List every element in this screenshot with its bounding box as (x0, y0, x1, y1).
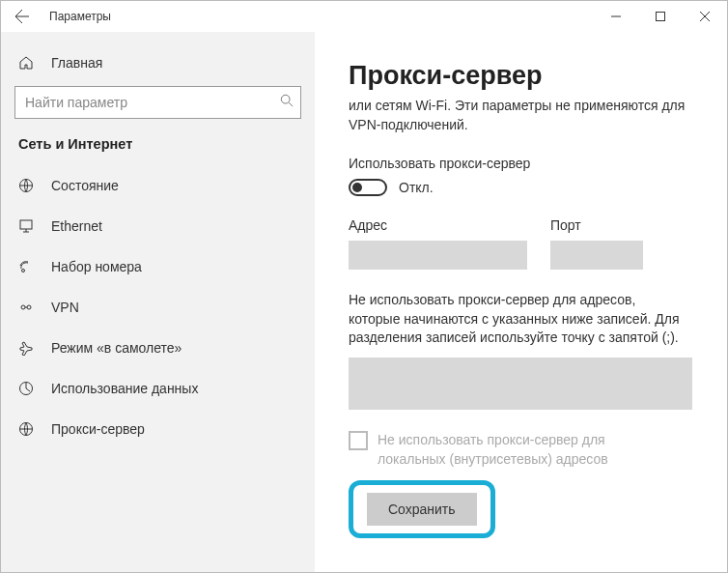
sidebar-item-status[interactable]: Состояние (1, 165, 315, 206)
sidebar-home[interactable]: Главная (1, 45, 315, 80)
search-input[interactable] (14, 86, 301, 119)
window-title: Параметры (49, 10, 111, 23)
sidebar-item-ethernet[interactable]: Ethernet (1, 206, 315, 246)
page-heading: Прокси-сервер (349, 61, 698, 91)
search-wrap (14, 86, 301, 119)
save-highlight: Сохранить (349, 480, 495, 538)
status-icon (18, 178, 34, 193)
local-checkbox-label: Не использовать прокси-сервер для локаль… (378, 431, 677, 469)
sidebar-item-proxy[interactable]: Прокси-сервер (1, 409, 315, 449)
svg-point-4 (22, 270, 25, 272)
sidebar-item-label: VPN (51, 300, 79, 315)
address-label: Адрес (349, 217, 527, 233)
use-proxy-label: Использовать прокси-сервер (349, 156, 698, 171)
svg-rect-0 (657, 13, 665, 21)
sidebar-item-label: Режим «в самолете» (51, 340, 182, 356)
sidebar-item-label: Состояние (51, 178, 119, 193)
window-controls (594, 1, 727, 32)
port-input[interactable] (550, 241, 643, 270)
vpn-icon (18, 300, 34, 315)
svg-point-1 (281, 95, 290, 103)
sidebar-section-title: Сеть и Интернет (1, 136, 315, 165)
search-icon (280, 94, 294, 111)
close-button[interactable] (683, 1, 727, 32)
content: Главная Сеть и Интернет Состояние Ethern… (1, 32, 727, 572)
svg-point-6 (27, 305, 31, 309)
titlebar: Параметры (1, 1, 727, 32)
port-label: Порт (550, 217, 643, 233)
local-checkbox[interactable] (349, 431, 368, 450)
airplane-icon (18, 340, 34, 356)
sidebar-item-label: Ethernet (51, 218, 102, 234)
main-panel: Прокси-сервер или сетям Wi-Fi. Эти парам… (315, 32, 727, 572)
page-subtext: или сетям Wi-Fi. Эти параметры не примен… (349, 97, 698, 134)
ethernet-icon (18, 218, 34, 234)
arrow-left-icon (14, 9, 30, 24)
sidebar-item-label: Набор номера (51, 259, 142, 274)
sidebar-item-dialup[interactable]: Набор номера (1, 246, 315, 287)
toggle-knob (352, 183, 362, 192)
minimize-button[interactable] (594, 1, 638, 32)
sidebar: Главная Сеть и Интернет Состояние Ethern… (1, 32, 315, 572)
toggle-state-text: Откл. (399, 180, 434, 195)
address-input[interactable] (349, 241, 527, 270)
maximize-icon (656, 12, 665, 21)
sidebar-item-airplane[interactable]: Режим «в самолете» (1, 328, 315, 368)
svg-point-5 (21, 305, 25, 309)
home-icon (18, 55, 34, 71)
sidebar-item-data-usage[interactable]: Использование данных (1, 368, 315, 409)
inputs-row: Адрес Порт (349, 217, 698, 270)
svg-rect-3 (20, 220, 32, 229)
local-checkbox-row: Не использовать прокси-сервер для локаль… (349, 431, 698, 469)
back-button[interactable] (11, 5, 34, 28)
dialup-icon (18, 259, 34, 274)
sidebar-item-vpn[interactable]: VPN (1, 287, 315, 328)
maximize-button[interactable] (638, 1, 683, 32)
exceptions-text: Не использовать прокси-сервер для адресо… (349, 291, 686, 348)
close-icon (700, 12, 710, 21)
port-column: Порт (550, 217, 643, 270)
use-proxy-toggle[interactable] (349, 179, 387, 196)
exceptions-textarea[interactable] (349, 358, 692, 410)
data-usage-icon (18, 381, 34, 396)
minimize-icon (611, 12, 621, 21)
sidebar-item-label: Прокси-сервер (51, 421, 145, 437)
toggle-row: Откл. (349, 179, 698, 196)
sidebar-item-label: Использование данных (51, 381, 198, 396)
save-button[interactable]: Сохранить (367, 493, 477, 526)
sidebar-home-label: Главная (51, 55, 102, 71)
address-column: Адрес (349, 217, 527, 270)
proxy-icon (18, 421, 34, 437)
